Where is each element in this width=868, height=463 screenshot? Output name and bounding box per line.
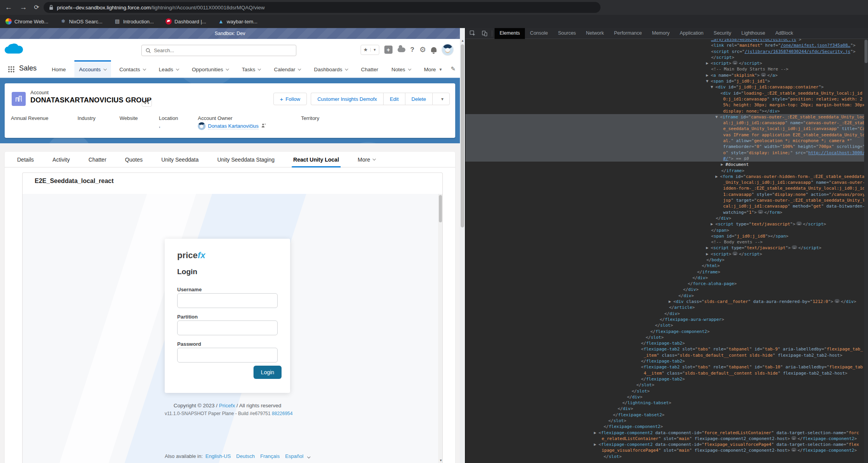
- tab-unity-seeddata[interactable]: Unity Seeddata: [161, 152, 199, 167]
- expand-arrow-icon[interactable]: ▼: [706, 78, 711, 84]
- devtools-code-row[interactable]: <flexipage-tab2 slot="tabs" role="tabpan…: [465, 346, 868, 352]
- bookmark-item[interactable]: ▲waybar-tem...: [218, 18, 257, 25]
- devtools-code-row[interactable]: </html>: [465, 263, 868, 269]
- user-avatar[interactable]: [442, 44, 454, 56]
- devtools-code-row[interactable]: ▶<script type="text/javascript">…</scrip…: [465, 245, 868, 251]
- devtools-code-row[interactable]: watching="1">…</form>: [465, 209, 868, 215]
- devtools-code-row[interactable]: 5%; height: 30px; margin-top: 20px; marg…: [465, 102, 868, 108]
- devtools-code-row[interactable]: ▼<span id="j_id0:j_id1">: [465, 78, 868, 84]
- devtools-code-row[interactable]: </span>: [465, 227, 868, 233]
- devtools-code-row[interactable]: 0:j_id1:canvasapp" style="position: rela…: [465, 96, 868, 102]
- devtools-code-row[interactable]: </flexipage-component2>: [465, 329, 868, 334]
- expand-arrow-icon[interactable]: ▼: [715, 114, 720, 120]
- language-link[interactable]: Deutsch: [236, 453, 255, 459]
- devtools-code-row[interactable]: al." allow="geolocation *; microphone *;…: [465, 138, 868, 144]
- nav-tab-tasks[interactable]: Tasks: [237, 60, 266, 77]
- edit-button[interactable]: Edit: [383, 93, 405, 105]
- expand-arrow-icon[interactable]: ▶: [706, 245, 711, 251]
- devtools-code-row[interactable]: </slot>: [465, 322, 868, 328]
- tab-chatter[interactable]: Chatter: [88, 152, 106, 167]
- more-actions-button[interactable]: ▼: [432, 93, 450, 105]
- nav-tab-notes[interactable]: Notes: [387, 60, 415, 77]
- devtools-code-row[interactable]: </div>: [465, 311, 868, 317]
- iframe-scrollbar[interactable]: ▼: [438, 194, 443, 463]
- search-input[interactable]: [154, 48, 292, 53]
- devtools-code-row[interactable]: </flexipage-component2>: [465, 424, 868, 430]
- devtools-code-row[interactable]: </div>: [465, 293, 868, 299]
- devtools-code-row[interactable]: ▶<div class="slds-card__footer" data-aur…: [465, 299, 868, 305]
- expand-arrow-icon[interactable]: ▶: [594, 430, 599, 436]
- bookmark-item[interactable]: ❄NixOS Searc...: [60, 18, 102, 25]
- ellipsis-expander[interactable]: …: [732, 61, 738, 65]
- delete-button[interactable]: Delete: [405, 93, 433, 105]
- devtools-code-row[interactable]: _Unity_local:j_id0:j_id1:canvasapp" name…: [465, 180, 868, 185]
- nav-tab-chatter[interactable]: Chatter: [356, 60, 383, 77]
- devtools-code-row[interactable]: </div>: [465, 406, 868, 412]
- devtools-code-row[interactable]: </slot>: [465, 388, 868, 394]
- language-link[interactable]: English-US: [206, 453, 231, 459]
- devtools-code-row[interactable]: al:j_id0:j_id1:canvasapp" name="canvas-o…: [465, 120, 868, 126]
- devtools-code-row[interactable]: </lightning-tabset>: [465, 400, 868, 406]
- devtools-code-row[interactable]: jsp" target="canvas-outer-_:E2E_stable_s…: [465, 197, 868, 203]
- devtools-code-row[interactable]: </article>: [465, 305, 868, 310]
- devtools-code-row[interactable]: </script>: [465, 55, 868, 60]
- pricefx-link[interactable]: Pricefx: [219, 403, 235, 408]
- hierarchy-button[interactable]: [142, 97, 152, 107]
- devtools-code-row[interactable]: </slot>: [465, 382, 868, 388]
- devtools-code-row[interactable]: </body>: [465, 257, 868, 263]
- devtools-code-row[interactable]: </div>: [465, 275, 868, 281]
- devtools-code-row[interactable]: <!-- Body events -->: [465, 239, 868, 245]
- devtools-code-row[interactable]: ▶<script type="text/javascript">…</scrip…: [465, 221, 868, 227]
- devtools-code-row[interactable]: </iframe>: [465, 269, 868, 275]
- ellipsis-expander[interactable]: …: [796, 222, 801, 225]
- trailhead-icon[interactable]: [398, 48, 405, 52]
- devtools-code-row[interactable]: ▶<form id="canvas-outer-hidden-form-_:E2…: [465, 174, 868, 180]
- devtools-code-row[interactable]: </flexipage-aura-wrapper>: [465, 317, 868, 322]
- devtools-code-row[interactable]: </slot>: [465, 454, 868, 459]
- devtools-code-row[interactable]: ▼<iframe id="canvas-outer-_:E2E_stable_s…: [465, 114, 868, 120]
- nav-tab-more[interactable]: More▼: [419, 60, 447, 77]
- ellipsis-expander[interactable]: …: [791, 436, 796, 440]
- login-button[interactable]: Login: [254, 366, 282, 379]
- devtools-tab-elements[interactable]: Elements: [495, 28, 525, 39]
- chevron-down-icon[interactable]: [307, 455, 310, 458]
- devtools-code-row[interactable]: vas IFrame for application E2E_stable_se…: [465, 132, 868, 138]
- devtools-code-row[interactable]: <script src="/jslibrary/1635874030244/sf…: [465, 49, 868, 55]
- devtools-code-row[interactable]: </flexipage-tab2>: [465, 340, 868, 346]
- expand-arrow-icon[interactable]: ▶: [711, 221, 715, 227]
- devtools-tab-memory[interactable]: Memory: [647, 28, 674, 39]
- back-icon[interactable]: ←: [3, 2, 14, 12]
- notifications-bell-icon[interactable]: [431, 47, 437, 52]
- devtools-code-row[interactable]: ipage_visualforcePage4" slot="main" flex…: [465, 447, 868, 453]
- nav-tab-opportunities[interactable]: Opportunities: [187, 60, 233, 77]
- ellipsis-expander[interactable]: …: [792, 245, 797, 249]
- devtools-code-row[interactable]: ▶<flexipage-component2 data-component-id…: [465, 442, 868, 447]
- address-bar[interactable]: pricefx--dev.sandbox.lightning.force.com…: [44, 2, 600, 13]
- favorites-button[interactable]: ★ ▼: [361, 45, 379, 55]
- devtools-code-row[interactable]: <!-- Main Body Starts Here -->: [465, 66, 868, 72]
- expand-arrow-icon[interactable]: ▶: [721, 162, 725, 167]
- devtools-code-row[interactable]: e_seeddata_Unity_local:j_id0:j_id1:canva…: [465, 126, 868, 132]
- favorites-caret-icon[interactable]: ▼: [370, 48, 379, 52]
- devtools-tab-lighthouse[interactable]: Lighthouse: [736, 28, 770, 39]
- devtools-code-row[interactable]: ▶<script>…</script>: [465, 251, 868, 257]
- nav-tab-dashboards[interactable]: Dashboards: [309, 60, 352, 77]
- tab-react-unity-local[interactable]: React Unity Local: [293, 152, 339, 167]
- expand-arrow-icon[interactable]: ▶: [669, 299, 673, 305]
- tab-activity[interactable]: Activity: [53, 152, 70, 167]
- change-owner-icon[interactable]: [261, 123, 266, 130]
- devtools-tab-performance[interactable]: Performance: [609, 28, 647, 39]
- devtools-tab-network[interactable]: Network: [581, 28, 609, 39]
- devtools-code-row[interactable]: <span id="j_id0:j_id8"></span>: [465, 233, 868, 239]
- tab-more[interactable]: More: [358, 152, 376, 167]
- devtools-code-row[interactable]: o" style="display: inline;" src="http://…: [465, 150, 868, 156]
- devtools-tab-application[interactable]: Application: [674, 28, 708, 39]
- nav-tab-leads[interactable]: Leads: [154, 60, 183, 77]
- tab-unity-seeddata-staging[interactable]: Unity Seeddata Staging: [217, 152, 275, 167]
- devtools-code-row[interactable]: </slot>: [465, 418, 868, 424]
- scroll-up-arrow-icon[interactable]: ▲: [461, 39, 464, 42]
- nav-tab-calendar[interactable]: Calendar: [269, 60, 305, 77]
- devtools-code-row[interactable]: e_relatedListContainer" slot="main" flex…: [465, 436, 868, 442]
- devtools-code-row[interactable]: </div>: [465, 394, 868, 400]
- devtools-code-row[interactable]: ▶<a name="skiplink">…</a>: [465, 72, 868, 78]
